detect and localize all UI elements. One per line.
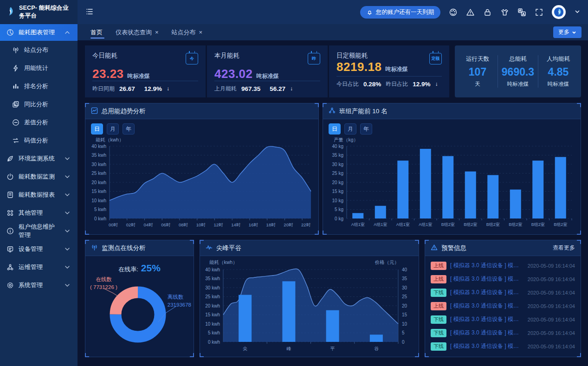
- svg-text:15: 15: [402, 312, 407, 317]
- donut-chart-body: 在线率:25% 在线数 ( 7731226 ) 离线数 23193678: [85, 256, 194, 357]
- svg-text:A组1室: A组1室: [351, 222, 365, 227]
- svg-text:10时: 10时: [196, 222, 206, 227]
- user-menu-chevron-icon[interactable]: [574, 8, 581, 16]
- lock-icon[interactable]: [483, 8, 492, 17]
- sidebar-group-label: 租户信息维护管理: [19, 223, 59, 239]
- share-nodes-icon: [6, 263, 14, 271]
- sidebar-item-ranking-analysis[interactable]: 排名分析: [0, 77, 78, 95]
- svg-text:5 kg: 5 kg: [335, 207, 343, 212]
- tab-close-icon[interactable]: ×: [155, 29, 159, 35]
- svg-text:30: 30: [402, 285, 407, 290]
- sidebar-nav: 能耗图表管理 站点分布 用能统计 排名分析 同比分析 差值分析 码值分析: [0, 24, 78, 294]
- stat-title: 日定额能耗: [336, 51, 368, 60]
- view-more-link[interactable]: 查看更多: [553, 244, 575, 252]
- line-chart-icon: [91, 107, 98, 116]
- svg-text:谷: 谷: [374, 346, 379, 351]
- sidebar-group-device-management[interactable]: 设备管理: [0, 240, 78, 258]
- alert-row[interactable]: 下线 [ 模拟器 3.0 通信设备 ] 模拟器 3.0... 2020-05-0…: [425, 326, 581, 340]
- sidebar-item-code-value-analysis[interactable]: 码值分析: [0, 131, 78, 149]
- sidebar-item-yoy-analysis[interactable]: 同比分析: [0, 95, 78, 113]
- sidebar-group-energy-charts[interactable]: 能耗图表管理: [0, 24, 78, 41]
- tabbar: 首页 仪表状态查询 × 站点分布 × 更多: [78, 24, 588, 41]
- svg-text:25 kwh: 25 kwh: [205, 294, 220, 299]
- sidebar-group-label: 其他管理: [19, 209, 43, 217]
- account-expiry-notice[interactable]: 您的账户还有一天到期: [360, 6, 440, 19]
- svg-text:25 kwh: 25 kwh: [91, 171, 106, 176]
- alert-row[interactable]: 下线 [ 模拟器 3.0 通信设备 ] 模拟器 3.0... 2020-05-0…: [425, 286, 581, 299]
- warning-triangle-icon: [431, 244, 438, 252]
- app-title: SECP- 能耗综合业务平台: [19, 4, 73, 20]
- warning-triangle-icon[interactable]: [466, 8, 475, 17]
- chevron-down-icon: [64, 245, 71, 253]
- svg-text:0 kwh: 0 kwh: [94, 216, 106, 221]
- tab-meter-status[interactable]: 仪表状态查询 ×: [109, 24, 165, 41]
- svg-text:35 kwh: 35 kwh: [91, 153, 106, 158]
- chip-year[interactable]: 年: [123, 123, 135, 135]
- alert-row[interactable]: 下线 [ 模拟器 3.0 通信设备 ] 模拟器 3.0... 2020-05-0…: [425, 313, 581, 326]
- trend-down-arrow: ↓: [290, 85, 293, 92]
- svg-text:25: 25: [402, 294, 407, 299]
- sidebar-group-energy-monitoring[interactable]: 能耗数据监测: [0, 167, 78, 186]
- alert-row[interactable]: 上线 [ 模拟器 3.0 通信设备 ] 模拟器 3.0... 2020-05-0…: [425, 272, 581, 286]
- alert-row[interactable]: 上线 [ 模拟器 3.0 通信设备 ] 模拟器 3.0... 2020-05-0…: [425, 299, 581, 313]
- translate-icon[interactable]: [517, 8, 526, 17]
- stat-unit: 吨标准煤: [385, 65, 407, 73]
- stat-value: 23.23: [92, 67, 124, 81]
- sidebar-item-label: 同比分析: [24, 100, 48, 109]
- collapse-menu-icon[interactable]: [85, 7, 94, 18]
- svg-text:40 kwh: 40 kwh: [205, 267, 220, 272]
- svg-text:价格（元）: 价格（元）: [375, 259, 400, 265]
- alert-row[interactable]: 上线 [ 模拟器 3.0 通信设备 ] 模拟器 3.0... 2020-05-0…: [425, 259, 581, 272]
- chip-month[interactable]: 月: [344, 123, 356, 135]
- sidebar-item-difference-analysis[interactable]: 差值分析: [0, 113, 78, 131]
- chip-month[interactable]: 月: [107, 123, 119, 135]
- sidebar-group-energy-reports[interactable]: 能耗数据报表: [0, 186, 78, 204]
- svg-text:22时: 22时: [301, 222, 311, 227]
- sidebar-group-other-management[interactable]: 其他管理: [0, 204, 78, 222]
- gear-icon: [6, 282, 14, 289]
- pulse-icon: [206, 244, 213, 252]
- svg-text:40: 40: [402, 267, 407, 272]
- online-count-label: 在线数 ( 7731226 ): [90, 276, 117, 291]
- share-chart-icon: [329, 107, 336, 116]
- trend-chart: 能耗（kwh）0 kwh5 kwh10 kwh15 kwh20 kwh25 kw…: [87, 136, 317, 231]
- svg-text:10: 10: [402, 321, 407, 327]
- trend-down-arrow: ↓: [167, 85, 169, 92]
- chevron-down-icon: [64, 173, 71, 180]
- sidebar-group-tenant-info[interactable]: 租户信息维护管理: [0, 222, 78, 240]
- tab-close-icon[interactable]: ×: [199, 29, 203, 35]
- alert-row[interactable]: 下线 [ 模拟器 3.0 通信设备 ] 模拟器 3.0... 2020-05-0…: [425, 340, 581, 353]
- svg-text:35: 35: [402, 276, 407, 281]
- more-button[interactable]: 更多: [553, 26, 582, 38]
- stat-title: 本月能耗: [214, 51, 239, 60]
- sidebar-group-env-monitoring[interactable]: 环境监测系统: [0, 149, 78, 167]
- theme-palette-icon[interactable]: [449, 8, 458, 17]
- tab-site-distribution[interactable]: 站点分布 ×: [165, 24, 209, 41]
- svg-text:02时: 02时: [126, 222, 136, 227]
- tab-home[interactable]: 首页: [84, 24, 109, 41]
- tshirt-icon[interactable]: [500, 8, 509, 17]
- svg-text:30 kwh: 30 kwh: [205, 285, 220, 290]
- chip-year[interactable]: 年: [360, 123, 372, 135]
- svg-text:35 kwh: 35 kwh: [205, 276, 220, 281]
- panel-header: 班组产能前 10 名: [323, 103, 581, 119]
- status-badge: 上线: [431, 302, 446, 310]
- sidebar-group-ops-management[interactable]: 运维管理: [0, 258, 78, 276]
- sidebar-item-energy-stats[interactable]: 用能统计: [0, 59, 78, 77]
- ranking-chart: 产量（kg）0 kg5 kg10 kg15 kg20 kg25 kg30 kg3…: [325, 136, 578, 231]
- svg-text:10 kwh: 10 kwh: [91, 198, 106, 203]
- sidebar-item-label: 差值分析: [24, 118, 48, 127]
- panel-title: 监测点在线分析: [102, 244, 146, 252]
- fullscreen-icon[interactable]: [535, 8, 543, 17]
- avatar[interactable]: [552, 5, 566, 19]
- sidebar-item-site-distribution[interactable]: 站点分布: [0, 41, 78, 59]
- panel-peak-valley: 尖峰平谷 能耗（kwh）价格（元）0 kwh05 kwh510 kwh1015 …: [200, 240, 419, 357]
- sidebar-group-system-management[interactable]: 系统管理: [0, 276, 78, 294]
- svg-text:5 kwh: 5 kwh: [208, 330, 220, 335]
- svg-text:25 kg: 25 kg: [332, 171, 343, 176]
- sidebar-group-label: 能耗数据监测: [19, 173, 55, 181]
- svg-text:00时: 00时: [109, 222, 118, 227]
- chip-day[interactable]: 日: [91, 123, 103, 135]
- svg-text:14时: 14时: [231, 222, 241, 227]
- chip-day[interactable]: 日: [329, 123, 341, 135]
